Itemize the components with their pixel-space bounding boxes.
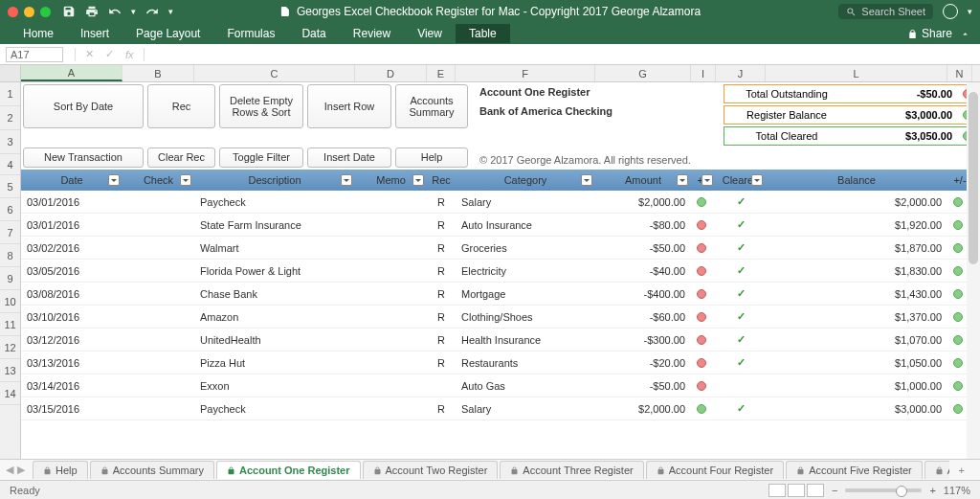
delete-empty-rows-button[interactable]: Delete Empty Rows & Sort bbox=[219, 84, 303, 128]
cell-rec[interactable]: R bbox=[427, 265, 456, 277]
table-row[interactable]: 03/14/2016ExxonAuto Gas-$50.00$1,000.00 bbox=[21, 374, 980, 397]
cell-date[interactable]: 03/10/2016 bbox=[21, 311, 122, 323]
cell-category[interactable]: Electricity bbox=[456, 265, 595, 277]
table-header-cell[interactable]: Rec bbox=[427, 170, 456, 191]
cell-cleared[interactable]: ✓ bbox=[716, 195, 766, 208]
feedback-dropdown-icon[interactable]: ▾ bbox=[968, 7, 972, 16]
maximize-icon[interactable] bbox=[40, 7, 51, 17]
new-transaction-button[interactable]: New Transaction bbox=[23, 147, 144, 168]
help-button[interactable]: Help bbox=[395, 147, 468, 168]
cell-category[interactable]: Auto Gas bbox=[456, 380, 595, 392]
cell-rec[interactable]: R bbox=[427, 288, 456, 300]
cell-category[interactable]: Salary bbox=[456, 196, 595, 208]
cell-amount[interactable]: -$80.00 bbox=[595, 219, 691, 231]
cell-amount[interactable]: -$300.00 bbox=[595, 334, 691, 346]
column-header[interactable]: A bbox=[21, 65, 122, 81]
cell-category[interactable]: Health Insurance bbox=[456, 334, 595, 346]
cell-rec[interactable]: R bbox=[427, 403, 456, 415]
cell-description[interactable]: Walmart bbox=[194, 242, 355, 254]
cell-date[interactable]: 03/01/2016 bbox=[21, 219, 122, 231]
normal-view-button[interactable] bbox=[768, 484, 786, 497]
sheet-nav-next-icon[interactable]: ▶ bbox=[17, 464, 25, 476]
zoom-level[interactable]: 117% bbox=[944, 485, 970, 496]
cell-cleared[interactable]: ✓ bbox=[716, 402, 766, 415]
table-header-cell[interactable]: +/- bbox=[691, 170, 716, 191]
cell-category[interactable]: Auto Insurance bbox=[456, 219, 595, 231]
cell-description[interactable]: State Farm Insurance bbox=[194, 219, 355, 231]
select-all-corner[interactable] bbox=[0, 65, 21, 81]
cell-cleared[interactable]: ✓ bbox=[716, 287, 766, 300]
filter-dropdown-icon[interactable] bbox=[341, 174, 352, 186]
cell-date[interactable]: 03/05/2016 bbox=[21, 265, 122, 277]
cell-category[interactable]: Groceries bbox=[456, 242, 595, 254]
cell-amount[interactable]: -$40.00 bbox=[595, 265, 691, 277]
rec-button[interactable]: Rec bbox=[147, 84, 215, 128]
cell-category[interactable]: Mortgage bbox=[456, 288, 595, 300]
cell-amount[interactable]: -$60.00 bbox=[595, 311, 691, 323]
redo-dropdown-icon[interactable]: ▾ bbox=[168, 7, 173, 16]
redo-icon[interactable] bbox=[145, 5, 159, 18]
row-header[interactable]: 9 bbox=[0, 267, 20, 290]
zoom-slider[interactable] bbox=[845, 488, 922, 492]
row-header[interactable]: 14 bbox=[0, 382, 20, 405]
feedback-icon[interactable] bbox=[943, 4, 958, 19]
column-header[interactable]: D bbox=[355, 65, 427, 81]
filter-dropdown-icon[interactable] bbox=[677, 174, 688, 186]
cell-description[interactable]: Amazon bbox=[194, 311, 355, 323]
row-header[interactable]: 7 bbox=[0, 221, 20, 244]
row-header[interactable]: 12 bbox=[0, 336, 20, 359]
column-header[interactable]: G bbox=[595, 65, 691, 81]
cell-date[interactable]: 03/08/2016 bbox=[21, 288, 122, 300]
row-header[interactable]: 5 bbox=[0, 175, 20, 198]
row-header[interactable]: 13 bbox=[0, 359, 20, 382]
page-layout-view-button[interactable] bbox=[788, 484, 805, 497]
sheet-tab[interactable]: Accounts Summary bbox=[90, 461, 214, 479]
ribbon-tab-formulas[interactable]: Formulas bbox=[213, 24, 288, 43]
ribbon-tab-insert[interactable]: Insert bbox=[67, 24, 122, 43]
ribbon-tab-data[interactable]: Data bbox=[288, 24, 339, 43]
cell-amount[interactable]: $2,000.00 bbox=[595, 196, 691, 208]
sheet-tab[interactable]: Account S bbox=[924, 461, 949, 479]
zoom-in-button[interactable]: + bbox=[929, 485, 935, 496]
table-row[interactable]: 03/13/2016Pizza HutRRestaurants-$20.00✓$… bbox=[21, 352, 980, 374]
row-header[interactable]: 11 bbox=[0, 313, 20, 336]
table-row[interactable]: 03/12/2016UnitedHealthRHealth Insurance-… bbox=[21, 329, 980, 352]
cell-description[interactable]: UnitedHealth bbox=[194, 334, 355, 346]
save-icon[interactable] bbox=[62, 5, 76, 18]
undo-icon[interactable] bbox=[108, 5, 122, 18]
column-header[interactable]: E bbox=[427, 65, 456, 81]
table-row[interactable]: 03/10/2016AmazonRClothing/Shoes-$60.00✓$… bbox=[21, 306, 980, 329]
table-header-cell[interactable]: Category bbox=[456, 170, 595, 191]
table-header-cell[interactable]: Description bbox=[194, 170, 355, 191]
cell-description[interactable]: Paycheck bbox=[194, 403, 355, 415]
accounts-summary-button[interactable]: Accounts Summary bbox=[395, 84, 468, 128]
column-header[interactable]: F bbox=[456, 65, 595, 81]
name-box[interactable]: A17 bbox=[6, 47, 63, 62]
column-header[interactable]: B bbox=[122, 65, 194, 81]
filter-dropdown-icon[interactable] bbox=[581, 174, 592, 186]
close-icon[interactable] bbox=[8, 7, 18, 17]
cell-category[interactable]: Restaurants bbox=[456, 357, 595, 369]
cell-cleared[interactable]: ✓ bbox=[716, 218, 766, 231]
clear-rec-button[interactable]: Clear Rec bbox=[147, 147, 215, 168]
collapse-ribbon-icon[interactable] bbox=[960, 29, 970, 39]
table-header-cell[interactable]: Check bbox=[122, 170, 194, 191]
ribbon-tab-page-layout[interactable]: Page Layout bbox=[122, 24, 213, 43]
row-header[interactable]: 8 bbox=[0, 244, 20, 267]
add-sheet-button[interactable]: + bbox=[949, 462, 974, 479]
cell-amount[interactable]: $2,000.00 bbox=[595, 403, 691, 415]
table-header-cell[interactable]: Date bbox=[21, 170, 122, 191]
cell-amount[interactable]: -$20.00 bbox=[595, 357, 691, 369]
ribbon-tab-view[interactable]: View bbox=[404, 24, 456, 43]
sheet-tab[interactable]: Account Five Register bbox=[786, 461, 923, 479]
cell-rec[interactable]: R bbox=[427, 242, 456, 254]
table-row[interactable]: 03/01/2016State Farm InsuranceRAuto Insu… bbox=[21, 214, 980, 237]
cancel-formula-icon[interactable]: ✕ bbox=[79, 48, 100, 60]
sheet-nav-prev-icon[interactable]: ◀ bbox=[6, 464, 13, 476]
cell-description[interactable]: Exxon bbox=[194, 380, 355, 392]
row-header[interactable]: 4 bbox=[0, 154, 20, 175]
ribbon-tab-home[interactable]: Home bbox=[10, 24, 67, 43]
search-input[interactable]: Search Sheet bbox=[838, 4, 933, 19]
cell-cleared[interactable]: ✓ bbox=[716, 241, 766, 254]
cell-date[interactable]: 03/15/2016 bbox=[21, 403, 122, 415]
